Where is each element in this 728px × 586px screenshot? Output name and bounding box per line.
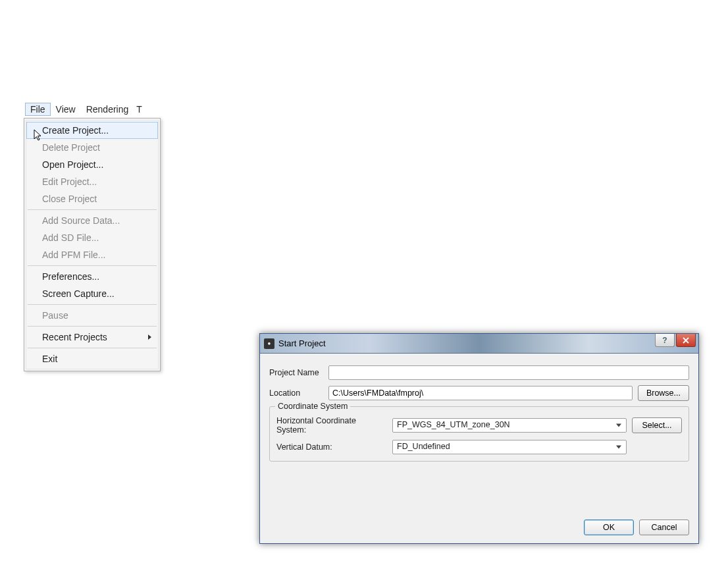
cancel-button[interactable]: Cancel xyxy=(639,519,689,535)
app-icon xyxy=(264,338,274,349)
menu-item-delete-project: Delete Project xyxy=(26,139,158,156)
menu-file[interactable]: File xyxy=(25,103,51,116)
menu-truncated: T xyxy=(134,103,145,116)
menu-item-preferences[interactable]: Preferences... xyxy=(26,268,158,285)
menu-item-edit-project: Edit Project... xyxy=(26,173,158,190)
menu-separator xyxy=(28,265,157,266)
select-button[interactable]: Select... xyxy=(632,417,682,433)
start-project-dialog: Start Project ? Project Name Location Br… xyxy=(259,333,699,544)
menu-item-create-project[interactable]: Create Project... xyxy=(26,122,158,139)
menu-item-add-sd-file: Add SD File... xyxy=(26,229,158,246)
help-button[interactable]: ? xyxy=(655,334,675,347)
close-button[interactable] xyxy=(676,334,696,347)
dialog-title: Start Project xyxy=(278,338,326,348)
menu-item-open-project[interactable]: Open Project... xyxy=(26,156,158,173)
hcs-label: Horizontal Coordinate System: xyxy=(276,416,387,435)
dialog-titlebar: Start Project ? xyxy=(260,334,698,354)
menu-item-add-source-data: Add Source Data... xyxy=(26,212,158,229)
menu-item-pause: Pause xyxy=(26,307,158,324)
dialog-footer: OK Cancel xyxy=(584,519,689,535)
vd-label: Vertical Datum: xyxy=(276,442,387,452)
submenu-arrow-icon xyxy=(148,334,151,340)
menu-separator xyxy=(28,348,157,348)
menu-rendering[interactable]: Rendering xyxy=(81,103,134,116)
menu-separator xyxy=(28,304,157,305)
menu-separator xyxy=(28,209,157,210)
location-input[interactable] xyxy=(328,386,633,400)
close-icon xyxy=(683,337,689,344)
menu-view[interactable]: View xyxy=(51,103,81,116)
menu-separator xyxy=(28,326,157,327)
hcs-combo[interactable]: FP_WGS_84_UTM_zone_30N xyxy=(392,418,627,433)
vd-combo[interactable]: FD_Undefined xyxy=(392,440,627,454)
project-name-input[interactable] xyxy=(328,365,689,380)
menu-item-close-project: Close Project xyxy=(26,190,158,207)
menu-item-screen-capture[interactable]: Screen Capture... xyxy=(26,285,158,302)
location-label: Location xyxy=(269,388,323,398)
ok-button[interactable]: OK xyxy=(584,519,634,535)
menubar: File View Rendering T xyxy=(25,102,145,117)
project-name-label: Project Name xyxy=(269,368,323,377)
file-menu-dropdown: Create Project...Delete ProjectOpen Proj… xyxy=(24,118,161,371)
menu-item-exit[interactable]: Exit xyxy=(26,350,158,367)
menu-item-recent-projects[interactable]: Recent Projects xyxy=(26,329,158,346)
coordinate-system-title: Coordinate System xyxy=(275,402,350,411)
menu-item-add-pfm-file: Add PFM File... xyxy=(26,246,158,263)
dialog-body: Project Name Location Browse... Coordina… xyxy=(260,354,698,472)
vd-value: FD_Undefined xyxy=(392,440,627,454)
browse-button[interactable]: Browse... xyxy=(638,385,689,401)
hcs-value: FP_WGS_84_UTM_zone_30N xyxy=(392,418,627,433)
coordinate-system-group: Coordinate System Horizontal Coordinate … xyxy=(269,406,689,462)
